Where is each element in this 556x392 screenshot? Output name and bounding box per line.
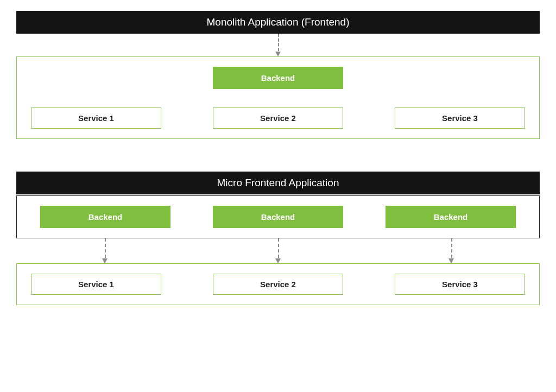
service-label: Service 3	[442, 280, 478, 289]
arrow-line	[278, 34, 279, 51]
backend-label: Backend	[89, 212, 123, 222]
monolith-container: Backend Service 1 Service 2 Service 3	[16, 56, 540, 139]
backend-label: Backend	[261, 212, 295, 222]
arrow-down-icon	[448, 258, 454, 263]
service-label: Service 2	[260, 113, 296, 123]
micro-arrows-row	[16, 238, 540, 263]
micro-backend-2: Backend	[213, 206, 343, 228]
arrow-backend2-to-service2	[204, 238, 353, 263]
micro-backends-container: Backend Backend Backend	[16, 195, 540, 238]
arrow-line	[451, 238, 452, 258]
micro-title: Micro Frontend Application	[217, 177, 339, 188]
monolith-backend-box: Backend	[213, 67, 343, 89]
arrow-line	[105, 238, 106, 258]
micro-service-3: Service 3	[395, 274, 525, 295]
micro-service-1: Service 1	[31, 274, 161, 295]
monolith-service-1: Service 1	[31, 108, 161, 129]
micro-backends-row: Backend Backend Backend	[31, 206, 525, 228]
micro-title-bar: Micro Frontend Application	[16, 172, 540, 194]
service-label: Service 3	[442, 113, 478, 123]
arrow-down-icon	[275, 52, 281, 56]
arrow-down-icon	[102, 258, 108, 263]
monolith-backend-row: Backend	[31, 67, 525, 89]
monolith-service-2: Service 2	[213, 108, 343, 129]
micro-services-row: Service 1 Service 2 Service 3	[31, 274, 525, 295]
monolith-backend-label: Backend	[261, 73, 295, 83]
service-label: Service 1	[78, 280, 114, 289]
backend-label: Backend	[434, 212, 468, 222]
arrow-down-icon	[275, 258, 281, 263]
monolith-services-row: Service 1 Service 2 Service 3	[31, 108, 525, 129]
monolith-section: Monolith Application (Frontend) Backend …	[16, 11, 540, 139]
service-label: Service 2	[260, 280, 296, 289]
monolith-title: Monolith Application (Frontend)	[207, 16, 350, 28]
arrow-backend3-to-service3	[376, 238, 526, 263]
micro-backend-1: Backend	[40, 206, 170, 228]
arrow-backend1-to-service1	[30, 238, 180, 263]
micro-services-container: Service 1 Service 2 Service 3	[16, 263, 540, 305]
arrow-line	[278, 238, 279, 258]
micro-section: Micro Frontend Application Backend Backe…	[16, 172, 540, 305]
monolith-title-bar: Monolith Application (Frontend)	[16, 11, 540, 34]
micro-backend-3: Backend	[386, 206, 516, 228]
arrow-monolith-to-backend	[16, 34, 540, 56]
micro-service-2: Service 2	[213, 274, 343, 295]
monolith-service-3: Service 3	[395, 108, 525, 129]
service-label: Service 1	[78, 113, 114, 123]
